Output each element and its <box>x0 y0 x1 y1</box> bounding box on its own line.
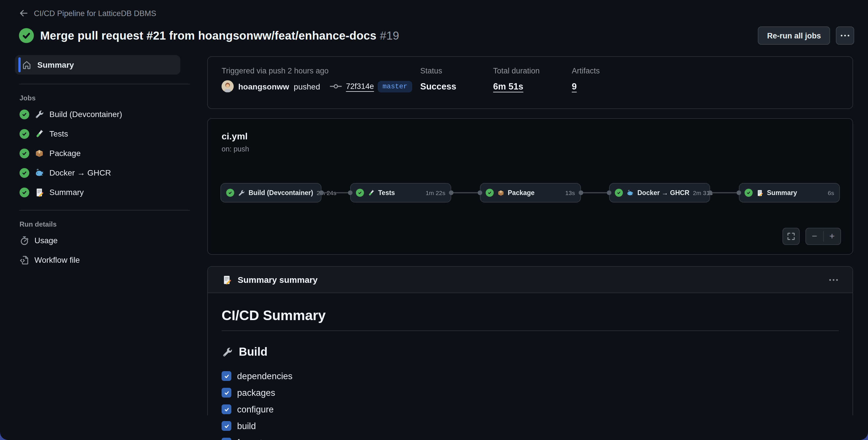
checklist-item: configure <box>222 401 839 418</box>
status-label: Status <box>420 67 493 75</box>
test-tube-icon <box>34 129 44 139</box>
summary-panel-header: Summary summary <box>208 267 852 293</box>
test-tube-icon <box>367 189 375 197</box>
summary-summary-panel: Summary summary CI/CD Summary Build d <box>207 266 853 415</box>
sidebar-job-build[interactable]: Build (Devcontainer) <box>20 104 190 124</box>
graph-connector <box>581 192 609 193</box>
rerun-all-jobs-button[interactable]: Re-run all jobs <box>758 26 830 45</box>
main-content: Triggered via push 2 hours ago hoangsonw… <box>190 55 868 415</box>
memo-icon <box>34 187 44 197</box>
run-header: CI/CD Pipeline for LatticeDB DBMS Merge … <box>0 0 868 45</box>
artifacts-count[interactable]: 9 <box>572 81 600 92</box>
artifacts-label: Artifacts <box>572 67 600 75</box>
workflow-run-window: CI/CD Pipeline for LatticeDB DBMS Merge … <box>0 0 868 440</box>
status-value: Success <box>420 81 493 92</box>
success-icon <box>226 189 234 197</box>
success-icon <box>20 168 29 177</box>
package-icon <box>34 148 44 158</box>
graph-node-summary[interactable]: Summary 6s <box>739 183 840 203</box>
success-icon <box>356 189 364 197</box>
node-duration: 6s <box>828 189 834 196</box>
run-info-panel: Triggered via push 2 hours ago hoangsonw… <box>207 56 853 109</box>
file-code-icon <box>20 255 29 265</box>
whale-icon <box>34 168 44 177</box>
checklist-item: build <box>222 418 839 434</box>
success-icon <box>20 148 29 158</box>
graph-node-docker[interactable]: Docker → GHCR 2m 31s <box>609 183 710 203</box>
graph-node-package[interactable]: Package 13s <box>479 183 581 203</box>
sidebar-job-docker[interactable]: Docker → GHCR <box>20 163 190 182</box>
duration-label: Total duration <box>493 67 572 75</box>
workflow-file-name: ci.yml <box>222 131 249 142</box>
graph-zoom-control: − + <box>805 228 841 245</box>
package-icon <box>497 189 504 197</box>
wrench-icon <box>222 346 233 358</box>
graph-connector <box>710 192 739 193</box>
memo-icon <box>222 274 232 285</box>
whale-icon <box>627 189 634 197</box>
graph-node-row: Build (Devcontainer) 2m 24s Tests 1m 22s <box>220 183 840 203</box>
sidebar-job-package[interactable]: Package <box>20 143 190 163</box>
graph-connector <box>321 192 350 193</box>
memo-icon <box>756 189 764 197</box>
back-arrow-icon[interactable] <box>19 9 28 18</box>
summary-kebab-button[interactable] <box>828 278 839 281</box>
page-title: Merge pull request #21 from hoangsonww/f… <box>40 29 399 42</box>
sidebar-divider <box>19 210 190 210</box>
fullscreen-icon <box>786 232 796 241</box>
header-kebab-button[interactable] <box>836 26 854 45</box>
triggered-label: Triggered via push 2 hours ago <box>222 67 420 75</box>
action-text: pushed <box>293 82 320 91</box>
sidebar-item-usage[interactable]: Usage <box>20 231 190 250</box>
checked-checkbox-icon <box>222 371 231 381</box>
checklist-item: packages <box>222 384 839 401</box>
sidebar-job-summary[interactable]: Summary <box>20 182 190 202</box>
graph-node-build[interactable]: Build (Devcontainer) 2m 24s <box>220 183 321 203</box>
breadcrumb-label[interactable]: CI/CD Pipeline for LatticeDB DBMS <box>34 9 156 18</box>
kebab-icon <box>840 34 850 37</box>
wrench-icon <box>238 189 245 197</box>
branch-badge[interactable]: master <box>378 80 412 92</box>
checked-checkbox-icon <box>222 438 231 440</box>
avatar[interactable] <box>222 80 234 92</box>
node-duration: 1m 22s <box>426 189 445 196</box>
breadcrumb[interactable]: CI/CD Pipeline for LatticeDB DBMS <box>19 9 854 18</box>
commit-icon <box>329 82 342 91</box>
summary-heading: CI/CD Summary <box>222 307 839 331</box>
sidebar-item-summary[interactable]: Summary <box>15 55 180 75</box>
home-icon <box>22 60 32 70</box>
node-duration: 13s <box>565 189 575 196</box>
checked-checkbox-icon <box>222 404 231 414</box>
fullscreen-button[interactable] <box>782 228 800 245</box>
run-number: #19 <box>380 29 399 42</box>
sidebar-item-workflow-file[interactable]: Workflow file <box>20 250 190 270</box>
checked-checkbox-icon <box>222 388 231 398</box>
actor-name[interactable]: hoangsonww <box>238 82 289 91</box>
summary-panel-title: Summary summary <box>238 275 317 284</box>
checked-checkbox-icon <box>222 421 231 431</box>
build-section-heading: Build <box>222 345 839 359</box>
checklist-item: dependencies <box>222 368 839 384</box>
success-icon <box>20 109 29 119</box>
sidebar: Summary Jobs Build (Devcontainer) Tests … <box>0 55 190 415</box>
selected-accent-bar <box>19 57 21 72</box>
sidebar-divider <box>19 84 190 84</box>
success-icon <box>20 129 29 139</box>
workflow-graph-panel: ci.yml on: push Build (Devcontainer) 2m … <box>207 118 853 255</box>
jobs-section-label: Jobs <box>20 94 190 102</box>
zoom-out-button[interactable]: − <box>806 231 824 241</box>
graph-connector <box>451 192 480 193</box>
duration-value[interactable]: 6m 51s <box>493 81 572 92</box>
desktop: CI/CD Pipeline for LatticeDB DBMS Merge … <box>0 0 868 440</box>
commit-sha-link[interactable]: 72f314e <box>346 82 374 91</box>
success-icon <box>615 189 623 197</box>
stopwatch-icon <box>20 236 29 245</box>
checklist-item: format <box>222 434 839 440</box>
graph-node-tests[interactable]: Tests 1m 22s <box>350 183 451 203</box>
success-icon <box>20 187 29 197</box>
run-details-label: Run details <box>20 220 190 228</box>
zoom-in-button[interactable]: + <box>824 231 840 241</box>
sidebar-job-tests[interactable]: Tests <box>20 124 190 143</box>
wrench-icon <box>34 109 44 119</box>
workflow-trigger: on: push <box>222 145 249 153</box>
